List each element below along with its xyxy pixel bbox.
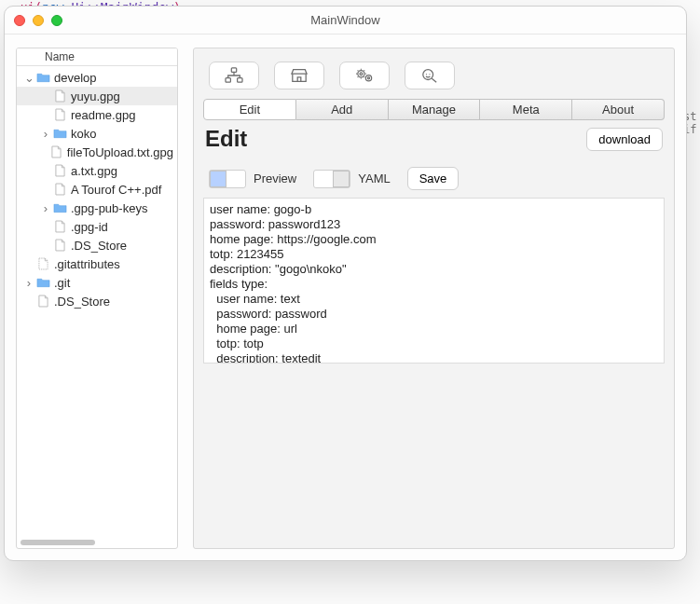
window-title: MainWindow: [5, 13, 686, 27]
titlebar[interactable]: MainWindow: [5, 7, 686, 34]
tree-row[interactable]: .gpg-id: [17, 217, 177, 236]
svg-point-6: [367, 77, 369, 79]
search-icon: [419, 67, 440, 84]
tree-row[interactable]: .DS_Store: [17, 292, 177, 310]
chevron-right-icon[interactable]: ›: [39, 127, 52, 141]
file-icon: [52, 89, 67, 103]
svg-point-5: [365, 76, 371, 81]
svg-rect-1: [226, 78, 230, 83]
tree-item-label: .gpg-pub-keys: [71, 201, 147, 215]
file-icon: [52, 239, 67, 252]
chevron-down-icon[interactable]: ⌄: [22, 71, 35, 85]
tree-item-label: koko: [71, 127, 96, 141]
file-icon: [52, 164, 67, 177]
svg-point-9: [429, 74, 430, 75]
tree-item-label: readme.gpg: [71, 108, 135, 122]
preview-toggle[interactable]: [209, 170, 246, 188]
editor-textarea[interactable]: user name: gogo-b password: password123 …: [203, 198, 665, 364]
tree-row[interactable]: yuyu.gpg: [17, 87, 177, 105]
tree-item-label: A Tourof C++.pdf: [71, 183, 161, 197]
chevron-right-icon[interactable]: ›: [39, 201, 52, 215]
tree-row[interactable]: ›.git: [17, 273, 177, 292]
svg-rect-2: [238, 78, 242, 83]
file-icon: [50, 145, 63, 158]
file-tree-panel: Name ⌄developyuyu.gpgreadme.gpg›kokofile…: [16, 48, 178, 549]
file-icon: [52, 183, 67, 196]
tree-header[interactable]: Name: [17, 48, 177, 66]
file-icon: [35, 295, 50, 308]
tree-row[interactable]: ⌄develop: [17, 68, 177, 87]
file-icon: [35, 257, 50, 270]
main-panel: EditAddManageMetaAbout Edit download Pre…: [193, 48, 675, 549]
file-tree[interactable]: ⌄developyuyu.gpgreadme.gpg›kokofileToUpl…: [17, 66, 177, 548]
folder-icon: [35, 277, 50, 288]
download-button[interactable]: download: [586, 128, 663, 151]
tree-row[interactable]: ›.gpg-pub-keys: [17, 199, 177, 217]
svg-point-7: [423, 70, 433, 80]
tab-meta[interactable]: Meta: [480, 99, 572, 120]
tree-item-label: a.txt.gpg: [71, 164, 117, 178]
folder-icon: [35, 72, 50, 83]
tree-row[interactable]: .DS_Store: [17, 236, 177, 254]
store-icon: [289, 67, 309, 84]
tab-manage[interactable]: Manage: [389, 99, 481, 120]
tree-item-label: .gitattributes: [54, 257, 120, 271]
preview-label: Preview: [254, 172, 296, 185]
save-button[interactable]: Save: [407, 167, 460, 190]
tree-row[interactable]: readme.gpg: [17, 105, 177, 124]
page-title: Edit: [205, 126, 247, 152]
tree-row[interactable]: .gitattributes: [17, 254, 177, 273]
tree-item-label: .DS_Store: [71, 239, 127, 253]
tree-row[interactable]: fileToUpload.txt.gpg: [17, 143, 177, 161]
folder-icon: [52, 128, 67, 139]
svg-rect-0: [231, 68, 236, 73]
svg-point-3: [358, 71, 364, 77]
tree-item-label: yuyu.gpg: [71, 89, 120, 103]
tab-edit[interactable]: Edit: [203, 99, 296, 120]
tree-item-label: develop: [54, 71, 97, 85]
gears-icon: [354, 67, 375, 84]
file-icon: [52, 108, 67, 121]
tree-item-label: .git: [54, 276, 70, 290]
toolbar: [203, 56, 665, 99]
yaml-label: YAML: [358, 172, 390, 185]
tree-row[interactable]: A Tourof C++.pdf: [17, 180, 177, 199]
yaml-toggle[interactable]: [313, 170, 350, 188]
tree-icon: [224, 67, 244, 84]
toolbar-settings-button[interactable]: [339, 62, 390, 89]
tab-add[interactable]: Add: [296, 99, 389, 120]
main-window: MainWindow Name ⌄developyuyu.gpgreadme.g…: [4, 6, 687, 561]
tab-about[interactable]: About: [572, 99, 665, 120]
tree-item-label: .gpg-id: [71, 220, 108, 234]
tree-row[interactable]: a.txt.gpg: [17, 161, 177, 180]
tree-row[interactable]: ›koko: [17, 124, 177, 143]
chevron-right-icon[interactable]: ›: [22, 276, 35, 290]
tree-hscrollbar[interactable]: [21, 540, 95, 545]
svg-point-4: [360, 73, 363, 76]
tree-item-label: fileToUpload.txt.gpg: [67, 145, 173, 159]
toolbar-tree-button[interactable]: [209, 62, 259, 89]
folder-icon: [52, 202, 67, 213]
file-icon: [52, 220, 67, 233]
tree-item-label: .DS_Store: [54, 295, 110, 309]
toolbar-store-button[interactable]: [274, 62, 324, 89]
toolbar-search-button[interactable]: [405, 62, 455, 89]
tab-bar: EditAddManageMetaAbout: [203, 99, 665, 120]
svg-point-8: [426, 74, 427, 75]
